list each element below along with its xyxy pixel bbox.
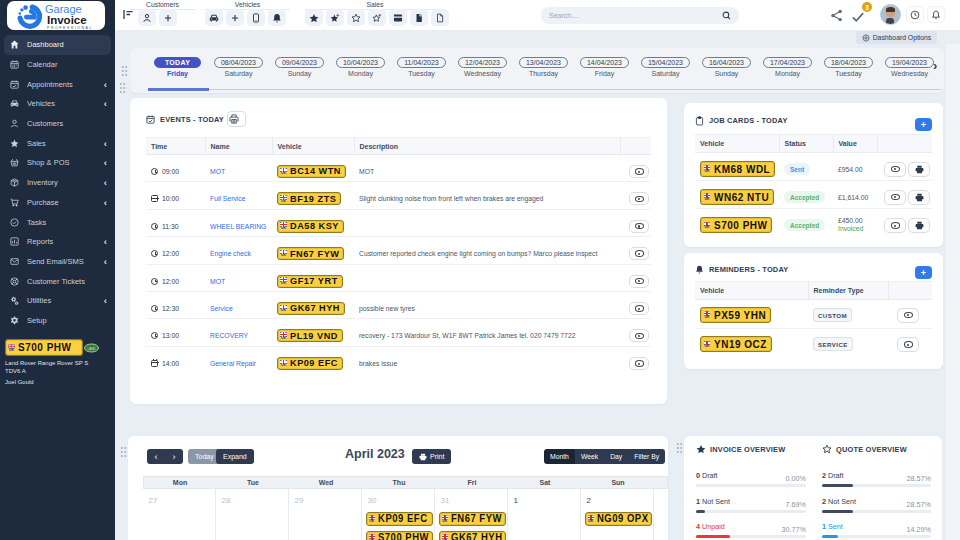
svg-text:PROFESSIONAL: PROFESSIONAL — [47, 26, 93, 30]
svg-text:Invoice: Invoice — [47, 14, 87, 26]
svg-text:LAND: LAND — [87, 347, 96, 351]
